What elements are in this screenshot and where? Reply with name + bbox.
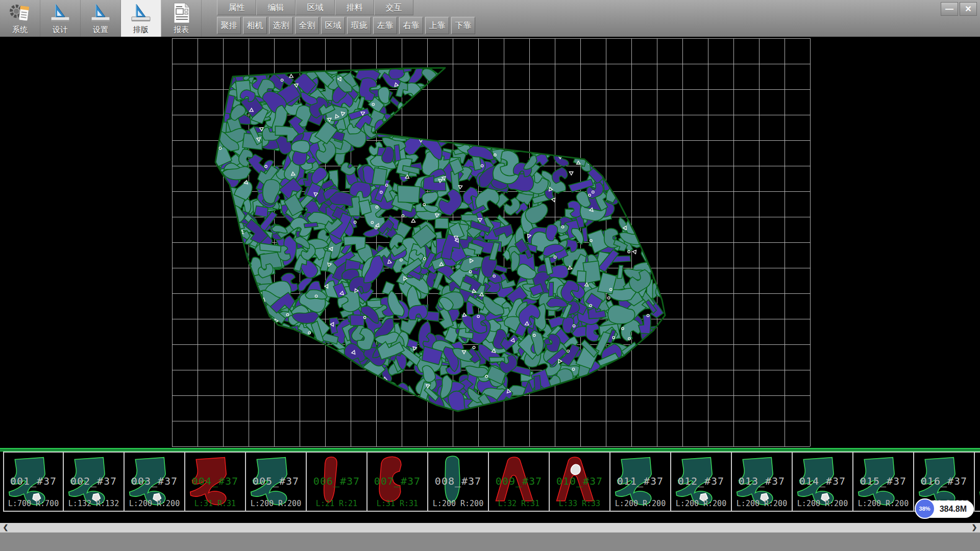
thumbnail-014_#37[interactable]: 014_#37L:200 R:200 (793, 452, 853, 512)
tool-button-region[interactable]: 区域 (321, 17, 345, 34)
horizontal-scrollbar[interactable]: ❮ ❯ (0, 523, 980, 532)
thumbnail-label: 016_#37 (914, 475, 974, 487)
thumbnail-lr-count: L:200 R:200 (125, 499, 184, 508)
thumbnail-lr-count: L:200 R:200 (853, 499, 913, 508)
thumbnail-lr-count: L:200 R:200 (732, 499, 792, 508)
thumbnail-009_#37[interactable]: 009_#37L:32 R:31 (489, 452, 550, 512)
settings-icon (89, 2, 112, 25)
thumbnail-004_#37[interactable]: 004_#37L:31 R:31 (185, 452, 246, 512)
thumbnail-lr-count: L:200 R:200 (246, 499, 306, 508)
tool-button-align-bottom[interactable]: 下靠 (451, 17, 475, 34)
thumbnail-label: 001_#37 (4, 475, 63, 487)
thumbnail-label: 006_#37 (307, 475, 366, 487)
status-bar (0, 532, 980, 551)
toolbar: 系统 设计 设置 排版 报表 属性编辑区域排料交互 聚排相机选割全割区域瑕疵左靠… (0, 0, 980, 37)
tool-button-bar: 聚排相机选割全割区域瑕疵左靠右靠上靠下靠 (217, 17, 475, 34)
nav-item-label: 设计 (53, 25, 68, 34)
menu-tab-properties[interactable]: 属性 (217, 0, 256, 15)
design-icon (49, 2, 71, 25)
tool-button-camera[interactable]: 相机 (243, 17, 267, 34)
thumbnail-008_#37[interactable]: 008_#37L:200 R:200 (428, 452, 489, 512)
nav-item-nesting[interactable]: 排版 (121, 0, 161, 37)
thumbnail-label: 002_#37 (64, 475, 124, 487)
thumbnail-001_#37[interactable]: 001_#37L:700 R:700 (3, 452, 64, 512)
tool-button-align-top[interactable]: 上靠 (425, 17, 449, 34)
thumbnail-lr-count: L:21 R:21 (307, 499, 366, 508)
memory-size-label: 384.8M (940, 505, 967, 514)
memory-percent-indicator: 38% (915, 498, 935, 519)
canvas-area (0, 37, 980, 448)
application-window: 系统 设计 设置 排版 报表 属性编辑区域排料交互 聚排相机选割全割区域瑕疵左靠… (0, 0, 980, 551)
thumbnail-013_#37[interactable]: 013_#37L:200 R:200 (732, 452, 793, 512)
thumbnail-010_#37[interactable]: 010_#37L:33 R:33 (550, 452, 610, 512)
minimize-button[interactable]: — (941, 2, 958, 16)
nav-item-label: 设置 (93, 25, 108, 34)
thumbnail-partial-17[interactable] (975, 452, 980, 512)
thumbnail-015_#37[interactable]: 015_#37L:200 R:200 (853, 452, 914, 512)
nav-item-system[interactable]: 系统 (0, 0, 40, 37)
pattern-piece-icon (975, 453, 980, 511)
thumbnail-label: 004_#37 (185, 475, 245, 487)
memory-percent-label: 38% (919, 506, 930, 512)
thumbnail-007_#37[interactable]: 007_#37L:31 R:31 (368, 452, 428, 512)
thumbnail-lr-count: L:200 R:200 (610, 499, 670, 508)
thumbnail-lr-count: L:700 R:700 (4, 499, 63, 508)
tool-button-cut-all[interactable]: 全割 (295, 17, 319, 34)
menu-tab-interaction[interactable]: 交互 (374, 0, 413, 15)
nav-item-label: 排版 (133, 25, 149, 34)
thumbnail-lr-count: L:200 R:200 (428, 499, 488, 508)
window-controls: — ✕ (941, 2, 977, 16)
nesting-icon (130, 2, 152, 25)
tool-button-cluster-nest[interactable]: 聚排 (217, 17, 241, 34)
thumbnail-002_#37[interactable]: 002_#37L:132 R:132 (64, 452, 125, 512)
thumbnail-label: 011_#37 (610, 475, 670, 487)
thumbnail-012_#37[interactable]: 012_#37L:200 R:200 (671, 452, 732, 512)
thumbnail-lr-count: L:200 R:200 (793, 499, 852, 508)
thumbnail-label: 015_#37 (853, 475, 913, 487)
memory-usage-badge[interactable]: 38% 384.8M (916, 500, 974, 518)
thumbnail-011_#37[interactable]: 011_#37L:200 R:200 (610, 452, 671, 512)
thumbnail-label: 012_#37 (671, 475, 731, 487)
close-button[interactable]: ✕ (960, 2, 977, 16)
thumbnail-label: 005_#37 (246, 475, 306, 487)
menu-area: 属性编辑区域排料交互 聚排相机选割全割区域瑕疵左靠右靠上靠下靠 (217, 0, 475, 34)
system-icon (9, 2, 31, 25)
nesting-canvas[interactable] (0, 37, 980, 448)
thumbnail-lr-count: L:200 R:200 (671, 499, 731, 508)
scroll-left-arrow[interactable]: ❮ (1, 523, 10, 532)
nav-item-settings[interactable]: 设置 (81, 0, 121, 37)
thumbnail-label: 009_#37 (489, 475, 549, 487)
thumbnail-label: 003_#37 (125, 475, 184, 487)
thumbnail-lr-count: L:31 R:31 (368, 499, 427, 508)
nav-item-report[interactable]: 报表 (161, 0, 202, 37)
tool-button-align-right[interactable]: 右靠 (399, 17, 423, 34)
thumbnail-006_#37[interactable]: 006_#37L:21 R:21 (307, 452, 368, 512)
thumbnail-strip: 001_#37L:700 R:700002_#37L:132 R:132003_… (0, 448, 980, 512)
thumbnail-lr-count: L:132 R:132 (64, 499, 124, 508)
thumbnail-003_#37[interactable]: 003_#37L:200 R:200 (125, 452, 185, 512)
tool-button-select-cut[interactable]: 选割 (269, 17, 293, 34)
thumbnail-lr-count: L:32 R:31 (489, 499, 549, 508)
menu-tab-region[interactable]: 区域 (296, 0, 335, 15)
nav-icon-bar: 系统 设计 设置 排版 报表 (0, 0, 202, 37)
scroll-right-arrow[interactable]: ❯ (970, 523, 979, 532)
tool-button-align-left[interactable]: 左靠 (373, 17, 397, 34)
thumbnail-row: 001_#37L:700 R:700002_#37L:132 R:132003_… (3, 452, 980, 512)
menu-tab-bar: 属性编辑区域排料交互 (217, 0, 475, 15)
thumbnail-label: 013_#37 (732, 475, 792, 487)
nav-item-label: 报表 (174, 25, 189, 34)
thumbnail-label: 014_#37 (793, 475, 852, 487)
nav-item-label: 系统 (12, 25, 28, 34)
menu-tab-edit[interactable]: 编辑 (256, 0, 296, 15)
thumbnail-lr-count: L:33 R:33 (550, 499, 609, 508)
nav-item-design[interactable]: 设计 (40, 0, 81, 37)
menu-tab-nesting[interactable]: 排料 (335, 0, 374, 15)
thumbnail-label: 007_#37 (368, 475, 427, 487)
thumbnail-lr-count: L:31 R:31 (185, 499, 245, 508)
thumbnail-label: 010_#37 (550, 475, 609, 487)
thumbnail-label: 008_#37 (428, 475, 488, 487)
report-icon (170, 2, 192, 25)
thumbnail-005_#37[interactable]: 005_#37L:200 R:200 (246, 452, 307, 512)
tool-button-defect[interactable]: 瑕疵 (347, 17, 371, 34)
